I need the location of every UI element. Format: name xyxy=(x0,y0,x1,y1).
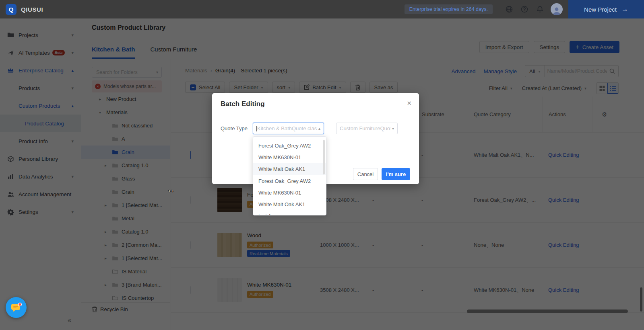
select-placeholder: Kitchen & BathQuote classific xyxy=(257,125,317,131)
modal-title: Batch Editing xyxy=(221,100,265,108)
logo-letter: Q xyxy=(9,6,14,13)
brand-name: QIUSUI xyxy=(21,6,43,13)
cancel-button[interactable]: Cancel xyxy=(353,168,378,180)
chevron-up-icon: ▴ xyxy=(318,126,320,131)
quote-type-dropdown: Forest Oak_Grey AW2 White MK630N-01 Whit… xyxy=(253,136,326,215)
new-project-button[interactable]: New Project → xyxy=(568,0,644,18)
quote-type-label: Quote Type xyxy=(221,125,248,131)
bell-icon[interactable] xyxy=(532,2,547,17)
close-icon[interactable]: ✕ xyxy=(407,100,412,107)
chat-bubble-icon xyxy=(10,302,22,313)
dropdown-option[interactable]: White Malt Oak AK1 xyxy=(253,199,326,210)
chevron-down-icon: ▾ xyxy=(392,126,394,131)
dropdown-option[interactable]: White MK630N-01 xyxy=(253,152,326,163)
dropdown-option[interactable]: Forest Oak_Grey AW2 xyxy=(253,140,326,152)
user-avatar[interactable] xyxy=(551,3,563,15)
brand-logo[interactable]: Q xyxy=(6,4,17,15)
new-project-label: New Project xyxy=(584,6,617,13)
dropdown-option[interactable]: Forest Oak_Grey AW2 xyxy=(253,175,326,187)
dropdown-option[interactable]: White MK630N-01 xyxy=(253,187,326,199)
text-cursor xyxy=(256,126,257,131)
dropdown-option-highlighted[interactable]: White Malt Oak AK1 xyxy=(253,163,326,175)
quote-type-select-kb[interactable]: Kitchen & BathQuote classific ▴ xyxy=(253,123,324,134)
trial-notice: Enterprise trial expires in 264 days. xyxy=(405,4,493,14)
dropdown-option[interactable]: test A xyxy=(253,210,326,215)
arrow-right-icon: → xyxy=(621,5,628,13)
quote-type-select-cf[interactable]: Custom FurnitureQuote cla... ▾ xyxy=(336,123,398,134)
globe-icon[interactable] xyxy=(502,2,517,17)
topbar: Q QIUSUI Enterprise trial expires in 264… xyxy=(0,0,644,18)
dropdown-scrollbar[interactable] xyxy=(323,140,325,174)
select-placeholder: Custom FurnitureQuote cla... xyxy=(340,125,390,131)
app-screen: Q QIUSUI Enterprise trial expires in 264… xyxy=(0,0,644,330)
confirm-button[interactable]: I'm sure xyxy=(382,168,410,180)
chat-support-button[interactable] xyxy=(6,297,27,318)
help-icon[interactable] xyxy=(517,2,532,17)
